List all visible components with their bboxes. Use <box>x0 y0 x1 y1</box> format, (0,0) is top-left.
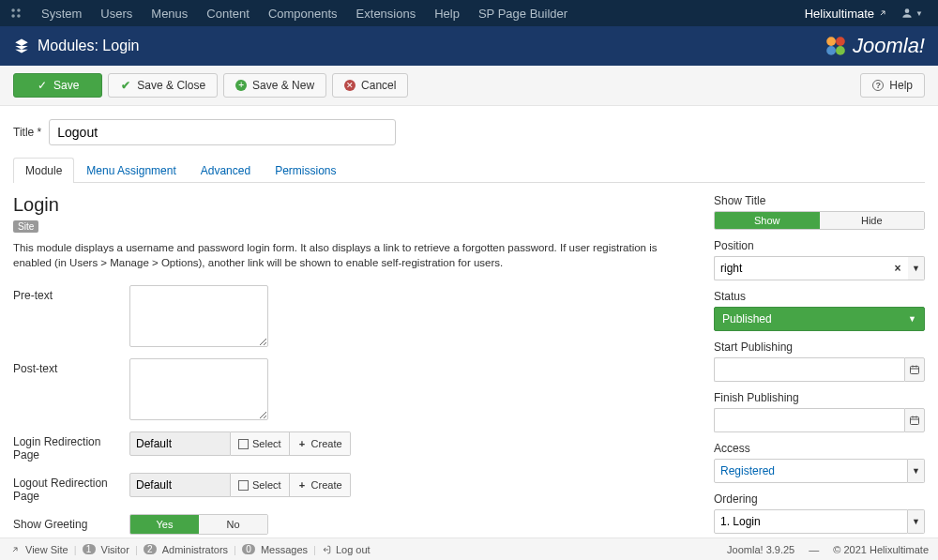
toolbar: ✓ Save ✔ Save & Close + Save & New ✕ Can… <box>0 66 938 106</box>
position-caret[interactable]: ▼ <box>908 256 925 280</box>
user-menu[interactable]: ▼ <box>893 7 930 20</box>
svg-point-5 <box>826 37 836 46</box>
logout-redirect-select-button[interactable]: Select <box>231 473 290 497</box>
top-menu-bar: System Users Menus Content Components Ex… <box>0 0 938 26</box>
menu-extensions[interactable]: Extensions <box>347 7 426 21</box>
module-heading: Login <box>13 194 695 216</box>
cancel-button[interactable]: ✕ Cancel <box>332 73 408 98</box>
caret-down-icon: ▼ <box>915 9 923 18</box>
menu-help[interactable]: Help <box>425 7 469 21</box>
question-icon: ? <box>872 80 884 91</box>
start-pub-calendar[interactable] <box>904 357 925 382</box>
svg-rect-9 <box>911 367 919 374</box>
tab-permissions[interactable]: Permissions <box>263 158 348 183</box>
help-button[interactable]: ? Help <box>860 73 925 98</box>
visitor-label[interactable]: Visitor <box>101 544 129 555</box>
save-new-button[interactable]: + Save & New <box>223 73 326 98</box>
tab-module[interactable]: Module <box>13 158 74 183</box>
finish-pub-input[interactable] <box>714 408 904 432</box>
joomla-logo[interactable]: Joomla! <box>823 33 925 59</box>
svg-point-4 <box>905 8 910 13</box>
menu-content[interactable]: Content <box>197 7 259 21</box>
caret-down-icon: ▼ <box>912 466 920 476</box>
admin-count-badge: 2 <box>144 544 157 554</box>
pre-text-input[interactable] <box>129 285 268 347</box>
row-login-redirect: Login Redirection Page Select +Create <box>13 431 695 462</box>
caret-down-icon: ▼ <box>912 264 920 273</box>
position-label: Position <box>714 239 925 252</box>
joomla-icon[interactable] <box>8 5 24 22</box>
svg-point-3 <box>17 14 21 18</box>
admins-label[interactable]: Administrators <box>162 544 228 555</box>
row-pre-text: Pre-text <box>13 285 695 347</box>
ordering-caret[interactable]: ▼ <box>908 509 925 534</box>
finish-pub-calendar[interactable] <box>904 408 925 432</box>
tab-menu-assignment[interactable]: Menu Assignment <box>74 158 188 183</box>
title-input[interactable] <box>49 119 396 145</box>
page-icon <box>238 480 249 491</box>
module-icon <box>13 38 30 54</box>
copyright-text: © 2021 Helixultimate <box>833 544 929 555</box>
save-button[interactable]: ✓ Save <box>13 73 102 98</box>
logout-redirect-input[interactable] <box>129 473 231 497</box>
external-link-icon <box>9 544 20 554</box>
svg-point-6 <box>836 37 845 46</box>
show-greeting-no[interactable]: No <box>199 515 267 534</box>
top-brand-link[interactable]: Helixultimate <box>799 7 893 21</box>
show-title-show[interactable]: Show <box>715 212 820 229</box>
caret-down-icon: ▼ <box>912 517 920 526</box>
post-text-input[interactable] <box>129 358 268 420</box>
save-close-button[interactable]: ✔ Save & Close <box>108 73 218 98</box>
logout-icon <box>322 544 332 554</box>
message-count-badge: 0 <box>242 544 255 554</box>
finish-pub-label: Finish Publishing <box>714 391 925 404</box>
joomla-logo-text: Joomla! <box>853 34 925 58</box>
calendar-icon <box>909 415 920 426</box>
show-greeting-yes[interactable]: Yes <box>130 515 199 534</box>
access-caret[interactable]: ▼ <box>908 459 925 483</box>
login-redirect-create-button[interactable]: +Create <box>290 431 351 456</box>
status-select[interactable]: Published <box>714 307 925 331</box>
module-description: This module displays a username and pass… <box>13 240 695 270</box>
tab-advanced[interactable]: Advanced <box>189 158 263 183</box>
show-title-label: Show Title <box>714 194 925 207</box>
menu-sp-page-builder[interactable]: SP Page Builder <box>469 7 577 21</box>
close-icon: × <box>894 262 900 275</box>
access-select[interactable]: Registered <box>714 459 908 483</box>
show-title-hide[interactable]: Hide <box>820 212 925 229</box>
menu-system[interactable]: System <box>32 7 91 21</box>
version-text: Joomla! 3.9.25 <box>727 544 794 555</box>
login-redirect-select-button[interactable]: Select <box>231 431 290 456</box>
logout-redirect-create-button[interactable]: +Create <box>290 473 351 497</box>
dash: — <box>809 544 819 555</box>
main-pane: Login Site This module displays a userna… <box>13 194 695 560</box>
svg-point-0 <box>11 8 15 12</box>
content-area: Login Site This module displays a userna… <box>0 183 938 560</box>
row-logout-redirect: Logout Redirection Page Select +Create <box>13 473 695 503</box>
site-badge: Site <box>13 220 38 233</box>
status-label: Status <box>714 290 925 303</box>
logout-link[interactable]: Log out <box>322 544 371 555</box>
position-clear[interactable]: × <box>887 256 908 280</box>
visitor-count-badge: 1 <box>83 544 96 554</box>
ordering-input[interactable] <box>714 509 908 534</box>
view-site-link[interactable]: View Site <box>25 544 68 555</box>
menu-menus[interactable]: Menus <box>142 7 197 21</box>
tab-bar: Module Menu Assignment Advanced Permissi… <box>13 157 925 183</box>
access-label: Access <box>714 442 925 455</box>
footer-bar: View Site | 1 Visitor | 2 Administrators… <box>0 537 938 560</box>
login-redirect-input[interactable] <box>129 431 231 456</box>
page-icon <box>238 439 249 449</box>
calendar-icon <box>909 364 920 375</box>
svg-point-2 <box>11 14 15 18</box>
plus-icon: + <box>297 439 308 449</box>
title-label: Title * <box>13 126 41 139</box>
title-row: Title * <box>0 106 938 151</box>
menu-components[interactable]: Components <box>259 7 347 21</box>
position-input[interactable] <box>714 256 887 280</box>
start-pub-input[interactable] <box>714 357 904 382</box>
menu-users[interactable]: Users <box>91 7 142 21</box>
row-show-greeting: Show Greeting Yes No <box>13 514 695 535</box>
plus-icon: + <box>235 80 247 91</box>
messages-label[interactable]: Messages <box>261 544 308 555</box>
